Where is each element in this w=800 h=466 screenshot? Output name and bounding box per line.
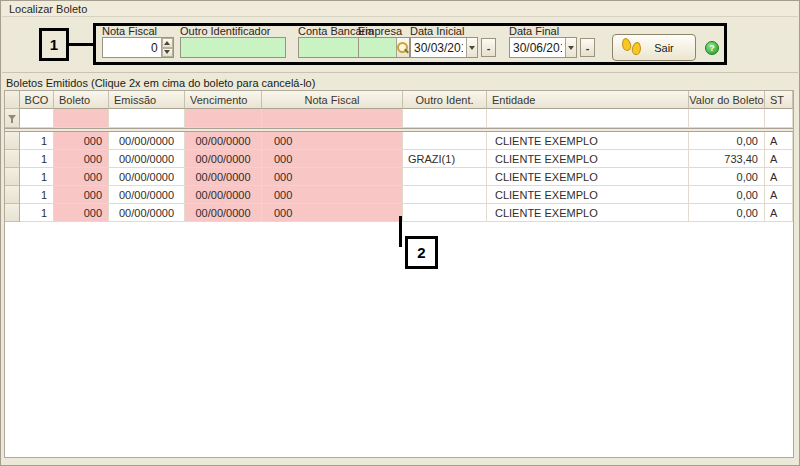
header-st[interactable]: ST bbox=[765, 91, 793, 109]
cell-emissao[interactable]: 00/00/0000 bbox=[109, 168, 185, 186]
cell-emissao[interactable]: 00/00/0000 bbox=[109, 150, 185, 168]
localizar-boleto-window: Localizar Boleto Nota Fiscal Outro Ident… bbox=[0, 0, 800, 466]
cell-bco[interactable]: 1 bbox=[20, 150, 54, 168]
filter-st[interactable] bbox=[765, 109, 793, 128]
cell-vencimento[interactable]: 00/00/0000 bbox=[185, 186, 262, 204]
table-row[interactable]: 1 000 00/00/0000 00/00/0000 000 CLIENTE … bbox=[5, 186, 793, 204]
header-outro-ident[interactable]: Outro Ident. bbox=[403, 91, 487, 109]
header-nota-fiscal[interactable]: Nota Fiscal bbox=[262, 91, 403, 109]
header-valor[interactable]: Valor do Boleto bbox=[689, 91, 765, 109]
cell-nota-fiscal[interactable]: 000 bbox=[262, 132, 403, 150]
row-indicator[interactable] bbox=[5, 168, 20, 186]
annotation-rectangle-1 bbox=[93, 23, 727, 65]
cell-st[interactable]: A bbox=[765, 150, 793, 168]
filter-valor[interactable] bbox=[689, 109, 765, 128]
row-indicator[interactable] bbox=[5, 204, 20, 222]
cell-boleto[interactable]: 000 bbox=[54, 204, 109, 222]
cell-vencimento[interactable]: 00/00/0000 bbox=[185, 132, 262, 150]
annotation-connector-2 bbox=[399, 216, 402, 247]
grid-caption: Boletos Emitidos (Clique 2x em cima do b… bbox=[6, 77, 315, 89]
header-vencimento[interactable]: Vencimento bbox=[185, 91, 262, 109]
cell-entidade[interactable]: CLIENTE EXEMPLO bbox=[487, 132, 689, 150]
table-row[interactable]: 1 000 00/00/0000 00/00/0000 000 GRAZI(1)… bbox=[5, 150, 793, 168]
cell-vencimento[interactable]: 00/00/0000 bbox=[185, 150, 262, 168]
cell-valor[interactable]: 0,00 bbox=[689, 204, 765, 222]
page-title: Localizar Boleto bbox=[2, 1, 798, 17]
cell-outro-ident[interactable]: GRAZI(1) bbox=[403, 150, 487, 168]
header-emissao[interactable]: Emissão bbox=[109, 91, 185, 109]
cell-bco[interactable]: 1 bbox=[20, 168, 54, 186]
cell-vencimento[interactable]: 00/00/0000 bbox=[185, 168, 262, 186]
filter-indicator-cell[interactable] bbox=[5, 109, 20, 128]
cell-emissao[interactable]: 00/00/0000 bbox=[109, 186, 185, 204]
annotation-connector-1 bbox=[68, 43, 93, 46]
cell-nota-fiscal[interactable]: 000 bbox=[262, 204, 403, 222]
cell-outro-ident[interactable] bbox=[403, 186, 487, 204]
cell-entidade[interactable]: CLIENTE EXEMPLO bbox=[487, 150, 689, 168]
cell-valor[interactable]: 0,00 bbox=[689, 186, 765, 204]
annotation-label-2: 2 bbox=[405, 236, 438, 269]
cell-outro-ident[interactable] bbox=[403, 204, 487, 222]
grid-header-row: BCO Boleto Emissão Vencimento Nota Fisca… bbox=[5, 91, 793, 109]
cell-bco[interactable]: 1 bbox=[20, 204, 54, 222]
cell-outro-ident[interactable] bbox=[403, 132, 487, 150]
cell-boleto[interactable]: 000 bbox=[54, 132, 109, 150]
cell-st[interactable]: A bbox=[765, 204, 793, 222]
cell-st[interactable]: A bbox=[765, 186, 793, 204]
filter-nota-fiscal[interactable] bbox=[262, 109, 403, 128]
table-row[interactable]: 1 000 00/00/0000 00/00/0000 000 CLIENTE … bbox=[5, 168, 793, 186]
cell-entidade[interactable]: CLIENTE EXEMPLO bbox=[487, 186, 689, 204]
cell-boleto[interactable]: 000 bbox=[54, 186, 109, 204]
cell-emissao[interactable]: 00/00/0000 bbox=[109, 204, 185, 222]
filter-emissao[interactable] bbox=[109, 109, 185, 128]
cell-nota-fiscal[interactable]: 000 bbox=[262, 168, 403, 186]
cell-boleto[interactable]: 000 bbox=[54, 150, 109, 168]
row-indicator[interactable] bbox=[5, 150, 20, 168]
row-indicator[interactable] bbox=[5, 186, 20, 204]
cell-outro-ident[interactable] bbox=[403, 168, 487, 186]
cell-nota-fiscal[interactable]: 000 bbox=[262, 186, 403, 204]
cell-valor[interactable]: 0,00 bbox=[689, 132, 765, 150]
cell-st[interactable]: A bbox=[765, 132, 793, 150]
filter-entidade[interactable] bbox=[487, 109, 689, 128]
filter-bco[interactable] bbox=[20, 109, 54, 128]
cell-nota-fiscal[interactable]: 000 bbox=[262, 150, 403, 168]
annotation-label-1: 1 bbox=[39, 28, 69, 61]
header-indicator bbox=[5, 91, 20, 109]
filter-outro-ident[interactable] bbox=[403, 109, 487, 128]
cell-boleto[interactable]: 000 bbox=[54, 168, 109, 186]
cell-bco[interactable]: 1 bbox=[20, 186, 54, 204]
cell-st[interactable]: A bbox=[765, 168, 793, 186]
header-entidade[interactable]: Entidade bbox=[487, 91, 689, 109]
filter-boleto[interactable] bbox=[54, 109, 109, 128]
filter-vencimento[interactable] bbox=[185, 109, 262, 128]
grid-filter-row bbox=[5, 109, 793, 128]
header-boleto[interactable]: Boleto bbox=[54, 91, 109, 109]
row-indicator[interactable] bbox=[5, 132, 20, 150]
filter-funnel-icon bbox=[8, 114, 17, 123]
cell-vencimento[interactable]: 00/00/0000 bbox=[185, 204, 262, 222]
cell-valor[interactable]: 733,40 bbox=[689, 150, 765, 168]
cell-valor[interactable]: 0,00 bbox=[689, 168, 765, 186]
table-row[interactable]: 1 000 00/00/0000 00/00/0000 000 CLIENTE … bbox=[5, 132, 793, 150]
cell-emissao[interactable]: 00/00/0000 bbox=[109, 132, 185, 150]
header-bco[interactable]: BCO bbox=[20, 91, 54, 109]
cell-entidade[interactable]: CLIENTE EXEMPLO bbox=[487, 168, 689, 186]
cell-bco[interactable]: 1 bbox=[20, 132, 54, 150]
cell-entidade[interactable]: CLIENTE EXEMPLO bbox=[487, 204, 689, 222]
boletos-grid: BCO Boleto Emissão Vencimento Nota Fisca… bbox=[4, 90, 794, 458]
